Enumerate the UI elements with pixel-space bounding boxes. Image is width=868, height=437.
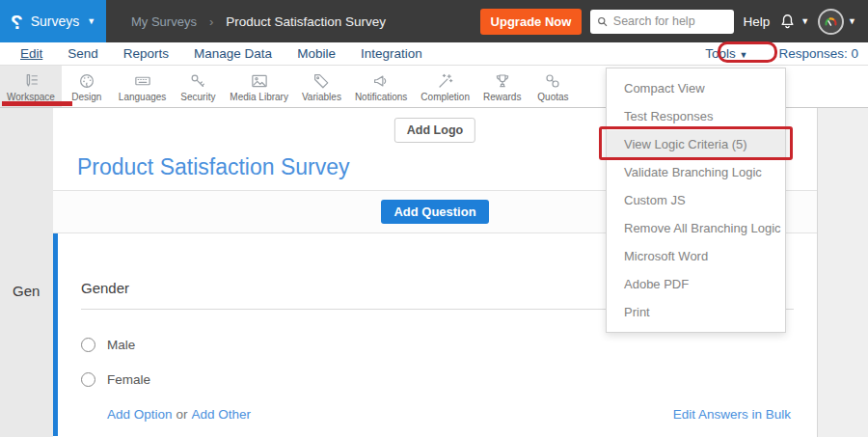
- chevron-down-icon: ▼: [740, 50, 748, 60]
- option-links-row: Add OptionorAdd Other Edit Answers in Bu…: [81, 407, 794, 422]
- main-nav: Edit Send Reports Manage Data Mobile Int…: [0, 42, 868, 66]
- answer-option-row: Female: [81, 372, 794, 387]
- topbar-right-group: Upgrade Now Help ▼: [480, 9, 868, 35]
- chevron-down-icon: ▼: [848, 17, 856, 26]
- menu-item-compact-view[interactable]: Compact View: [607, 74, 785, 102]
- or-label: or: [176, 407, 188, 422]
- magic-wand-icon: [437, 72, 454, 90]
- keyboard-icon: [134, 72, 151, 90]
- toolbar-item-design[interactable]: Design: [62, 66, 112, 107]
- tools-label: Tools: [705, 46, 736, 61]
- add-logo-button[interactable]: Add Logo: [394, 118, 475, 143]
- help-link[interactable]: Help: [743, 14, 770, 29]
- add-option-link[interactable]: Add Option: [107, 407, 173, 422]
- key-icon: [189, 72, 206, 90]
- toolbar-item-variables[interactable]: Variables: [295, 66, 348, 107]
- tools-dropdown-menu: Compact View Test Responses View Logic C…: [606, 68, 786, 333]
- toolbar-item-quotas[interactable]: Quotas: [528, 66, 578, 107]
- tab-integration[interactable]: Integration: [348, 46, 435, 61]
- toolbar-item-workspace[interactable]: Workspace: [0, 66, 62, 107]
- toolbar-item-languages[interactable]: Languages: [112, 66, 174, 107]
- bell-icon: [778, 13, 797, 31]
- gauge-icon: [823, 14, 839, 30]
- upgrade-now-button[interactable]: Upgrade Now: [480, 9, 583, 35]
- option-label-female[interactable]: Female: [107, 372, 150, 387]
- add-links-group: Add OptionorAdd Other: [107, 407, 251, 422]
- option-label-male[interactable]: Male: [107, 338, 135, 352]
- breadcrumb-separator-icon: ›: [209, 14, 213, 29]
- toolbar-item-label: Notifications: [355, 92, 407, 102]
- chevron-down-icon: ▼: [800, 17, 809, 26]
- product-switcher[interactable]: ? Surveys ▼: [0, 0, 106, 42]
- menu-item-test-responses[interactable]: Test Responses: [607, 102, 785, 130]
- toolbar-item-label: Rewards: [483, 92, 521, 102]
- add-question-button[interactable]: Add Question: [381, 200, 488, 224]
- radio-male[interactable]: [81, 338, 95, 352]
- responses-count[interactable]: Responses: 0: [778, 46, 858, 61]
- toolbar-item-rewards[interactable]: Rewards: [476, 66, 528, 107]
- chain-links-icon: [544, 72, 561, 90]
- menu-item-validate-branching-logic[interactable]: Validate Branching Logic: [607, 158, 785, 186]
- workspace-icon: [22, 72, 40, 90]
- question-list-rail: Gen: [0, 108, 53, 437]
- menu-item-custom-js[interactable]: Custom JS: [607, 186, 785, 214]
- breadcrumb-my-surveys[interactable]: My Surveys: [131, 14, 197, 29]
- toolbar-item-label: Media Library: [230, 92, 288, 102]
- menu-item-adobe-pdf[interactable]: Adobe PDF: [607, 270, 785, 298]
- help-search-box: [590, 10, 734, 34]
- menu-item-microsoft-word[interactable]: Microsoft Word: [607, 242, 785, 270]
- survey-builder-app: ? Surveys ▼ My Surveys › Product Satisfa…: [0, 0, 868, 437]
- image-icon: [251, 72, 268, 90]
- top-bar: ? Surveys ▼ My Surveys › Product Satisfa…: [0, 0, 868, 42]
- menu-item-view-logic-criteria[interactable]: View Logic Criteria (5): [607, 130, 785, 158]
- account-menu[interactable]: ▼: [818, 9, 856, 35]
- tag-icon: [312, 72, 330, 90]
- toolbar-item-media-library[interactable]: Media Library: [223, 66, 295, 107]
- toolbar-item-label: Security: [180, 92, 215, 102]
- tab-edit[interactable]: Edit: [8, 46, 55, 61]
- nav-right-group: Tools ▼ Responses: 0: [705, 46, 868, 61]
- toolbar-item-label: Variables: [302, 92, 341, 102]
- tab-reports[interactable]: Reports: [111, 46, 181, 61]
- proprofs-logo-icon: ?: [11, 12, 23, 32]
- question-list-item-gender[interactable]: Gen: [13, 283, 40, 299]
- radio-female[interactable]: [81, 372, 95, 387]
- megaphone-icon: [372, 72, 390, 90]
- menu-item-print[interactable]: Print: [607, 298, 785, 326]
- toolbar-item-label: Design: [71, 92, 101, 102]
- toolbar-item-security[interactable]: Security: [173, 66, 223, 107]
- toolbar-item-notifications[interactable]: Notifications: [348, 66, 414, 107]
- tab-mobile[interactable]: Mobile: [285, 46, 348, 61]
- menu-item-remove-all-branching-logic[interactable]: Remove All Branching Logic: [607, 214, 785, 242]
- toolbar-item-label: Completion: [420, 92, 470, 102]
- tab-manage-data[interactable]: Manage Data: [181, 46, 285, 61]
- tab-send[interactable]: Send: [55, 46, 111, 61]
- edit-answers-in-bulk-link[interactable]: Edit Answers in Bulk: [673, 407, 791, 422]
- toolbar-item-completion[interactable]: Completion: [414, 66, 476, 107]
- chevron-down-icon: ▼: [87, 17, 95, 26]
- trophy-icon: [494, 72, 511, 90]
- toolbar-item-label: Languages: [119, 92, 167, 102]
- toolbar-item-label: Workspace: [7, 92, 55, 102]
- toolbar-item-label: Quotas: [537, 92, 568, 102]
- help-search-input[interactable]: [613, 14, 728, 28]
- avatar: [818, 9, 844, 35]
- search-icon: [597, 15, 608, 28]
- product-switcher-label: Surveys: [31, 14, 80, 29]
- notifications-menu[interactable]: ▼: [778, 13, 809, 31]
- breadcrumb: My Surveys › Product Satisfaction Survey: [131, 14, 386, 29]
- survey-title[interactable]: Product Satisfaction Survey: [77, 154, 350, 180]
- breadcrumb-current-page: Product Satisfaction Survey: [226, 14, 386, 29]
- palette-icon: [78, 72, 95, 90]
- answer-option-row: Male: [81, 338, 794, 352]
- add-other-link[interactable]: Add Other: [192, 407, 252, 422]
- tools-menu-button[interactable]: Tools ▼: [705, 46, 747, 61]
